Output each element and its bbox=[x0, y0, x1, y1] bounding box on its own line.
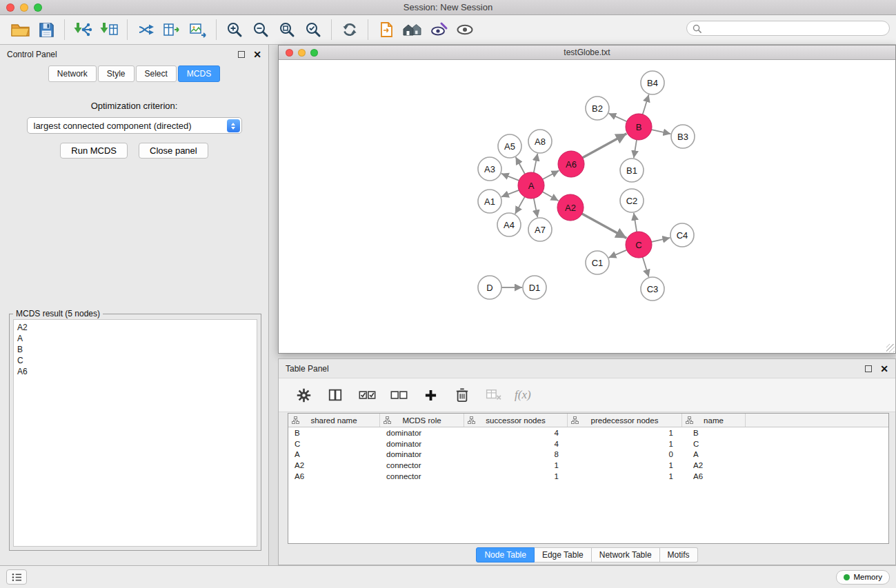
delete-table-button[interactable] bbox=[483, 383, 505, 407]
edge-B-B2[interactable] bbox=[608, 113, 626, 121]
edge-C-C4[interactable] bbox=[652, 238, 670, 242]
node-B3[interactable]: B3 bbox=[671, 125, 695, 148]
mcds-result-list[interactable]: A2ABCA6 bbox=[13, 319, 257, 547]
resize-handle[interactable] bbox=[886, 344, 895, 352]
show-columns-button[interactable] bbox=[324, 383, 346, 407]
tab-mcds[interactable]: MCDS bbox=[178, 65, 220, 82]
home-view-button[interactable] bbox=[399, 17, 426, 42]
edge-B-B4[interactable] bbox=[643, 94, 649, 114]
column-header-shared-name[interactable]: shared name bbox=[288, 414, 380, 427]
node-A6[interactable]: A6 bbox=[558, 151, 584, 177]
criterion-dropdown[interactable]: largest connected component (directed) bbox=[27, 117, 242, 134]
zoom-network-window-button[interactable] bbox=[310, 49, 318, 57]
node-C[interactable]: C bbox=[626, 232, 652, 258]
node-D[interactable]: D bbox=[478, 276, 501, 299]
node-A2[interactable]: A2 bbox=[557, 194, 584, 221]
import-network-button[interactable] bbox=[70, 17, 96, 42]
tab-edge-table[interactable]: Edge Table bbox=[535, 547, 592, 562]
edge-C-C1[interactable] bbox=[609, 250, 627, 258]
edge-A-A8[interactable] bbox=[534, 154, 538, 173]
table-row[interactable]: Adominator80A bbox=[288, 449, 888, 460]
table-row[interactable]: A6connector11A6 bbox=[288, 471, 888, 482]
tab-node-table[interactable]: Node Table bbox=[476, 547, 535, 562]
edge-A-A1[interactable] bbox=[501, 190, 519, 197]
result-item[interactable]: C bbox=[17, 355, 253, 366]
export-table-button[interactable] bbox=[159, 17, 185, 42]
zoom-out-button[interactable] bbox=[248, 17, 274, 42]
node-B1[interactable]: B1 bbox=[620, 159, 644, 182]
table-row[interactable]: Bdominator41B bbox=[288, 427, 888, 438]
edge-B-B1[interactable] bbox=[634, 140, 637, 158]
close-table-panel-icon[interactable]: ✕ bbox=[880, 365, 888, 372]
tab-style[interactable]: Style bbox=[98, 65, 135, 82]
table-row[interactable]: Cdominator41C bbox=[288, 438, 888, 449]
table-row[interactable]: A2connector11A2 bbox=[288, 460, 888, 471]
node-A8[interactable]: A8 bbox=[528, 130, 552, 153]
tab-network[interactable]: Network bbox=[48, 65, 97, 82]
edge-A6-B[interactable] bbox=[583, 134, 627, 158]
show-hide-details-button[interactable] bbox=[452, 17, 478, 42]
result-item[interactable]: A bbox=[17, 333, 253, 344]
edge-A2-C[interactable] bbox=[582, 214, 627, 238]
minimize-window-button[interactable] bbox=[20, 3, 28, 12]
node-C3[interactable]: C3 bbox=[641, 277, 664, 301]
result-item[interactable]: A6 bbox=[17, 366, 253, 377]
style-details-button[interactable] bbox=[426, 17, 452, 42]
node-A4[interactable]: A4 bbox=[497, 213, 521, 236]
edge-A-A6[interactable] bbox=[543, 170, 559, 179]
column-header-predecessor-nodes[interactable]: predecessor nodes bbox=[568, 414, 682, 427]
zoom-selected-button[interactable] bbox=[300, 17, 326, 42]
edge-C-C2[interactable] bbox=[634, 213, 637, 232]
network-canvas[interactable]: B4B2BB3A5A8A6B1A3AC2A1A2A4A7C4CC1C3DD1 bbox=[279, 60, 895, 353]
node-B[interactable]: B bbox=[626, 114, 652, 140]
tab-select[interactable]: Select bbox=[136, 65, 177, 82]
export-network-button[interactable] bbox=[132, 17, 159, 42]
function-builder-button[interactable]: f(x) bbox=[515, 388, 531, 402]
close-window-button[interactable] bbox=[6, 3, 14, 12]
zoom-in-button[interactable] bbox=[221, 17, 248, 42]
memory-button[interactable]: Memory bbox=[836, 570, 890, 585]
minimize-network-window-button[interactable] bbox=[298, 49, 306, 57]
open-file-button[interactable] bbox=[7, 17, 33, 42]
save-session-button[interactable] bbox=[33, 17, 59, 42]
edge-A-A5[interactable] bbox=[516, 157, 525, 174]
float-panel-icon[interactable] bbox=[238, 51, 245, 58]
edge-A-A7[interactable] bbox=[534, 199, 538, 218]
close-panel-button[interactable]: Close panel bbox=[139, 143, 208, 159]
export-image-button[interactable] bbox=[185, 17, 211, 42]
node-A7[interactable]: A7 bbox=[528, 218, 552, 241]
node-A5[interactable]: A5 bbox=[498, 134, 521, 158]
show-panels-button[interactable] bbox=[6, 569, 27, 585]
close-network-window-button[interactable] bbox=[286, 49, 293, 57]
import-table-button[interactable] bbox=[96, 17, 122, 42]
node-A3[interactable]: A3 bbox=[478, 157, 501, 181]
search-field[interactable] bbox=[686, 21, 890, 36]
edge-A-A4[interactable] bbox=[515, 197, 525, 214]
node-A1[interactable]: A1 bbox=[478, 190, 501, 213]
zoom-fit-button[interactable] bbox=[274, 17, 300, 42]
node-A[interactable]: A bbox=[518, 172, 544, 199]
search-input[interactable] bbox=[705, 23, 884, 33]
node-C1[interactable]: C1 bbox=[586, 251, 609, 274]
float-table-panel-icon[interactable] bbox=[865, 365, 872, 372]
edge-A-A3[interactable] bbox=[501, 174, 519, 181]
tab-network-table[interactable]: Network Table bbox=[592, 547, 660, 562]
node-B4[interactable]: B4 bbox=[641, 71, 664, 94]
clear-selection-button[interactable] bbox=[388, 383, 410, 407]
add-column-button[interactable] bbox=[419, 383, 441, 407]
node-C4[interactable]: C4 bbox=[670, 223, 694, 247]
edge-B-B3[interactable] bbox=[652, 130, 671, 134]
edge-A-A2[interactable] bbox=[543, 192, 559, 201]
result-item[interactable]: A2 bbox=[17, 322, 253, 333]
result-item[interactable]: B bbox=[17, 344, 253, 355]
refresh-button[interactable] bbox=[337, 17, 363, 42]
table-mode-button[interactable] bbox=[292, 383, 315, 407]
node-B2[interactable]: B2 bbox=[586, 97, 609, 120]
delete-column-button[interactable] bbox=[451, 383, 473, 407]
node-D1[interactable]: D1 bbox=[523, 276, 546, 299]
node-C2[interactable]: C2 bbox=[620, 189, 644, 212]
document-copy-button[interactable] bbox=[373, 17, 399, 42]
tab-motifs[interactable]: Motifs bbox=[660, 547, 698, 562]
close-panel-icon[interactable]: ✕ bbox=[253, 51, 261, 58]
column-header-successor-nodes[interactable]: successor nodes bbox=[464, 414, 568, 427]
